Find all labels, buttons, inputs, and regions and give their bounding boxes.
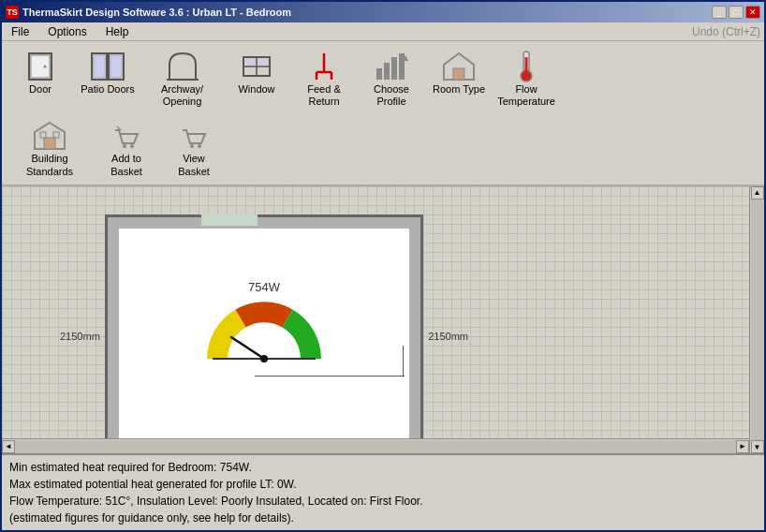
status-bar: Min estimated heat required for Bedroom:… bbox=[2, 453, 764, 530]
svg-rect-1 bbox=[31, 55, 50, 78]
svg-line-37 bbox=[231, 337, 264, 359]
flow-temperature-icon bbox=[517, 50, 536, 83]
svg-point-34 bbox=[190, 144, 194, 148]
patio-doors-icon bbox=[91, 50, 125, 83]
add-to-basket-icon bbox=[111, 119, 141, 153]
svg-point-35 bbox=[198, 144, 201, 148]
building-standards-button[interactable]: Building Standards bbox=[7, 114, 92, 180]
maximize-button[interactable]: □ bbox=[729, 6, 744, 19]
scroll-track-horizontal[interactable] bbox=[15, 440, 736, 453]
svg-point-31 bbox=[123, 144, 126, 148]
door-label: Door bbox=[29, 83, 52, 96]
building-standards-label: Building Standards bbox=[12, 153, 87, 177]
archway-button[interactable]: Archway/ Opening bbox=[142, 45, 222, 111]
svg-rect-17 bbox=[376, 68, 382, 80]
svg-rect-30 bbox=[53, 132, 59, 138]
gauge-svg bbox=[203, 298, 325, 363]
scroll-left-button[interactable]: ◄ bbox=[2, 440, 15, 453]
feed-return-icon bbox=[309, 50, 339, 83]
horizontal-scrollbar: ◄ ► bbox=[2, 438, 749, 453]
add-to-basket-button[interactable]: Add to Basket bbox=[94, 114, 159, 180]
svg-rect-20 bbox=[399, 53, 405, 80]
door-button[interactable]: Door bbox=[7, 45, 73, 98]
svg-rect-12 bbox=[258, 59, 268, 66]
choose-profile-icon bbox=[375, 50, 408, 83]
svg-rect-18 bbox=[384, 63, 390, 80]
menu-options[interactable]: Options bbox=[42, 24, 92, 39]
minimize-button[interactable]: _ bbox=[712, 6, 727, 19]
toolbar: Door Patio Doors bbox=[2, 41, 764, 186]
scroll-up-button[interactable]: ▲ bbox=[751, 186, 764, 200]
app-title: ThermaSkirt Design Software 3.6 : Urban … bbox=[22, 7, 291, 18]
status-line-4: (estimated figures for guidance only, se… bbox=[9, 510, 757, 526]
choose-profile-button[interactable]: Choose Profile bbox=[359, 45, 424, 111]
choose-profile-label: Choose Profile bbox=[363, 83, 420, 108]
room-outer-wall: 754W bbox=[105, 214, 423, 453]
status-line-3: Flow Temperature: 51C°, Insulation Level… bbox=[9, 493, 757, 510]
room-inner: 754W bbox=[119, 229, 409, 444]
add-to-basket-label: Add to Basket bbox=[98, 153, 155, 177]
flow-temperature-button[interactable]: Flow Temperature bbox=[493, 45, 559, 111]
window-label: Window bbox=[238, 83, 274, 96]
room-drawing: 754W 2150m bbox=[105, 214, 423, 453]
svg-rect-6 bbox=[110, 55, 122, 78]
gauge-value-label: 754W bbox=[248, 280, 280, 294]
svg-rect-5 bbox=[94, 55, 105, 78]
svg-rect-26 bbox=[525, 57, 528, 72]
flow-temperature-label: Flow Temperature bbox=[497, 83, 555, 108]
window-icon bbox=[242, 50, 272, 83]
app-icon: TS bbox=[6, 6, 19, 19]
status-line-1: Min estimated heat required for Bedroom:… bbox=[9, 459, 757, 476]
building-standards-icon bbox=[33, 119, 66, 153]
annotation-line bbox=[255, 376, 405, 377]
room-type-label: Room Type bbox=[433, 83, 485, 96]
svg-point-32 bbox=[130, 144, 134, 148]
svg-point-38 bbox=[260, 355, 268, 362]
view-basket-label: View Basket bbox=[166, 153, 222, 177]
window-button[interactable]: Window bbox=[224, 45, 289, 98]
vertical-scrollbar: ▲ ▼ bbox=[749, 186, 764, 453]
door-icon bbox=[27, 50, 53, 83]
view-basket-icon bbox=[179, 119, 209, 153]
room-type-icon bbox=[442, 50, 476, 83]
svg-point-2 bbox=[44, 66, 47, 68]
status-line-2: Max estimated potential heat generated f… bbox=[9, 476, 757, 493]
svg-rect-11 bbox=[245, 59, 255, 66]
door-gap bbox=[201, 214, 258, 226]
content-area: 3220mm 754W bbox=[2, 186, 764, 530]
room-left-dimension: 2150mm bbox=[60, 331, 100, 342]
toolbar-row-1: Door Patio Doors bbox=[7, 45, 559, 111]
undo-label: Undo (Ctrl+Z) bbox=[692, 25, 760, 38]
patio-doors-label: Patio Doors bbox=[81, 83, 134, 96]
view-basket-button[interactable]: View Basket bbox=[161, 114, 227, 180]
close-button[interactable]: ✕ bbox=[745, 6, 760, 19]
scroll-down-button[interactable]: ▼ bbox=[751, 440, 764, 453]
title-bar: TS ThermaSkirt Design Software 3.6 : Urb… bbox=[2, 2, 764, 22]
canvas-wrapper: 3220mm 754W bbox=[2, 186, 764, 453]
svg-rect-19 bbox=[391, 57, 397, 80]
app-window: TS ThermaSkirt Design Software 3.6 : Urb… bbox=[0, 0, 766, 532]
gauge-container: 754W bbox=[170, 280, 358, 363]
annotation-vertical-line bbox=[403, 346, 404, 377]
svg-rect-23 bbox=[453, 68, 464, 80]
scroll-right-button[interactable]: ► bbox=[736, 440, 749, 453]
room-type-button[interactable]: Room Type bbox=[426, 45, 492, 98]
room-right-dimension: 2150mm bbox=[428, 331, 468, 342]
scroll-track-vertical[interactable] bbox=[751, 200, 764, 440]
svg-rect-29 bbox=[40, 132, 46, 138]
svg-rect-28 bbox=[44, 138, 55, 149]
feed-return-label: Feed & Return bbox=[296, 83, 352, 108]
archway-icon bbox=[166, 50, 199, 83]
patio-doors-button[interactable]: Patio Doors bbox=[75, 45, 140, 98]
menu-file[interactable]: File bbox=[6, 24, 35, 39]
archway-label: Archway/ Opening bbox=[147, 83, 217, 108]
menu-bar: File Options Help Undo (Ctrl+Z) bbox=[2, 22, 764, 41]
menu-help[interactable]: Help bbox=[100, 24, 135, 39]
toolbar-row-2: Building Standards Add to Basket bbox=[7, 114, 759, 180]
window-controls: _ □ ✕ bbox=[712, 6, 760, 19]
feed-return-button[interactable]: Feed & Return bbox=[291, 45, 357, 111]
